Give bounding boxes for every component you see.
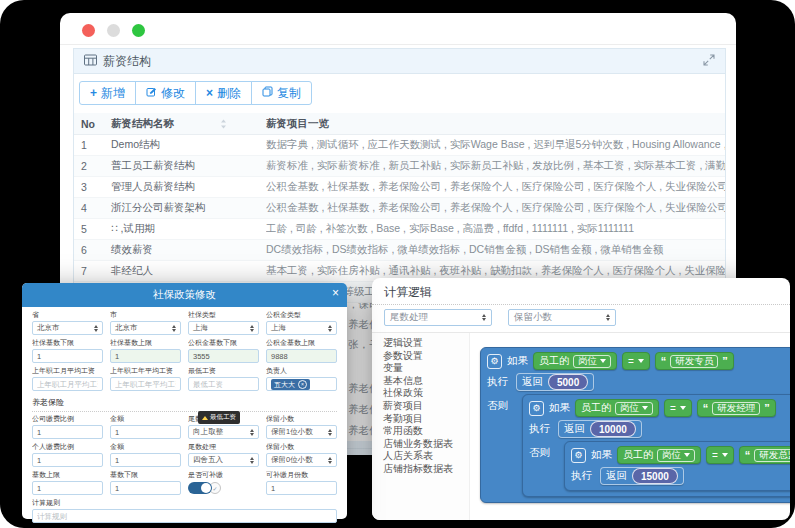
logic-menu-item[interactable]: 参数设置 <box>383 350 469 363</box>
gear-icon[interactable]: ⚙ <box>487 354 502 369</box>
return-block[interactable]: 返回 15000 <box>600 467 684 485</box>
table-row[interactable]: 1 Demo结构 数据字典 , 测试循环 , 应工作天数测试 , 实际Wage … <box>74 135 725 156</box>
logic-menu-item[interactable]: 店铺指标数据表 <box>383 463 469 476</box>
copy-button[interactable]: 复制 <box>251 81 312 105</box>
sort-icon[interactable] <box>220 119 227 129</box>
province-select[interactable]: 北京市 <box>32 321 103 335</box>
select-arrows-icon <box>328 325 332 332</box>
social-type-label: 社保类型 <box>188 311 259 319</box>
logic-menu-item[interactable]: 常用函数 <box>383 425 469 438</box>
social-base-max-input[interactable] <box>110 349 181 363</box>
logic-menu-item[interactable]: 社保政策 <box>383 387 469 400</box>
table-row[interactable]: 3 管理人员薪资结构 公积金基数 , 社保基数 , 养老保险公司 , 养老保险个… <box>74 177 725 198</box>
number-block[interactable]: 5000 <box>548 374 588 390</box>
rounding-select[interactable]: 尾数处理 <box>384 309 492 326</box>
operator-block[interactable]: = <box>706 446 734 464</box>
condition-subject-block[interactable]: 员工的 岗位 <box>533 352 617 370</box>
personal-ratio-label: 个人缴费比例 <box>32 443 103 451</box>
expand-icon[interactable] <box>703 54 715 69</box>
personal-rounding-select[interactable]: 四舍五入 <box>188 453 259 467</box>
fund-base-max-input[interactable] <box>266 349 337 363</box>
personal-ratio-input[interactable] <box>32 453 103 467</box>
last-year-avg-input[interactable] <box>110 377 181 391</box>
social-base-min-input[interactable] <box>32 349 103 363</box>
return-block[interactable]: 返回 5000 <box>516 373 594 391</box>
column-name[interactable]: 薪资结构名称 <box>111 117 266 131</box>
operator-block[interactable]: = <box>622 352 650 370</box>
dropdown-arrow-icon <box>722 453 728 457</box>
select-arrows-icon <box>250 429 254 436</box>
minimize-window-button[interactable] <box>107 24 120 37</box>
calc-rule-input[interactable] <box>32 509 337 523</box>
add-button[interactable]: + 新增 <box>79 81 136 105</box>
zoom-window-button[interactable] <box>132 24 145 37</box>
table-row[interactable]: 5 ∷ ,试用期 工龄 , 司龄 , 补签次数 , Base , 实际Base … <box>74 219 725 240</box>
logic-menu-item[interactable]: 人店关系表 <box>383 450 469 463</box>
table-header: No 薪资结构名称 薪资项目一览 <box>74 113 725 135</box>
string-value[interactable]: 研发总监 <box>754 449 790 462</box>
if-block-level-2[interactable]: ⚙ 如果 员工的 岗位 = “ <box>522 394 790 497</box>
can-repay-label: 是否可补缴 <box>188 471 259 479</box>
logic-menu-item[interactable]: 变量 <box>383 362 469 375</box>
company-decimals-select[interactable]: 保留1位小数 <box>266 425 337 439</box>
company-amount-input[interactable] <box>110 425 181 439</box>
repay-months-input[interactable] <box>266 481 337 495</box>
if-block-level-1[interactable]: ⚙ 如果 员工的 岗位 = “ 研发专员 ” <box>480 347 790 503</box>
number-block[interactable]: 10000 <box>590 421 636 437</box>
string-block[interactable]: “ 研发专员 ” <box>655 352 734 370</box>
table-row[interactable]: 4 浙江分公司薪资架构 公积金基数 , 社保基数 , 养老保险公司 , 养老保险… <box>74 198 725 219</box>
number-block[interactable]: 15000 <box>632 468 678 484</box>
row-items: 公积金基数 , 社保基数 , 养老保险公司 , 养老保险个人 , 医疗保险公司 … <box>266 201 725 215</box>
logic-menu-item[interactable]: 逻辑设置 <box>383 337 469 350</box>
string-block[interactable]: “ 研发经理 ” <box>697 399 776 417</box>
field-dropdown[interactable]: 岗位 <box>573 355 611 368</box>
table-row[interactable]: 2 普工员工薪资结构 薪资标准 , 实际薪资标准 , 新员工补贴 , 实际新员工… <box>74 156 725 177</box>
delete-button[interactable]: × 删除 <box>195 81 252 105</box>
company-rounding-select[interactable]: 向上取整 <box>188 425 259 439</box>
company-ratio-input[interactable] <box>32 425 103 439</box>
select-arrows-icon <box>172 325 176 332</box>
edit-button[interactable]: 修改 <box>135 81 196 105</box>
if-block-level-3[interactable]: ⚙ 如果 员工的 岗位 = <box>564 441 790 491</box>
logic-menu-item[interactable]: 基本信息 <box>383 375 469 388</box>
condition-subject-block[interactable]: 员工的 岗位 <box>617 446 701 464</box>
gear-icon[interactable]: ⚙ <box>571 448 586 463</box>
base-min-input[interactable] <box>110 481 181 495</box>
row-number: 5 <box>74 223 111 235</box>
logic-menu-item[interactable]: 店铺业务数据表 <box>383 438 469 451</box>
operator-block[interactable]: = <box>664 399 692 417</box>
fund-base-min-input[interactable] <box>188 349 259 363</box>
close-icon[interactable]: × <box>332 287 339 299</box>
string-value[interactable]: 研发经理 <box>712 402 760 415</box>
table-row[interactable]: 6 绩效薪资 DC绩效指标 , DS绩效指标 , 微单绩效指标 , DC销售金额… <box>74 240 725 261</box>
field-dropdown[interactable]: 岗位 <box>657 449 695 462</box>
owner-field[interactable]: 五大大 × <box>266 377 337 391</box>
dropdown-arrow-icon <box>684 453 690 457</box>
min-wage-input[interactable] <box>188 377 259 391</box>
can-repay-toggle[interactable] <box>188 482 212 494</box>
condition-subject-block[interactable]: 员工的 岗位 <box>575 399 659 417</box>
fund-base-max-label: 公积金基数上限 <box>266 339 337 347</box>
blockly-canvas[interactable]: ⚙ 如果 员工的 岗位 = “ 研发专员 ” <box>470 333 790 520</box>
gear-icon[interactable]: ⚙ <box>529 401 544 416</box>
decimals-select[interactable]: 保留小数 <box>508 309 616 326</box>
social-type-select[interactable]: 上海 <box>188 321 259 335</box>
fund-type-select[interactable]: 上海 <box>266 321 337 335</box>
personal-decimals-select[interactable]: 保留0位小数 <box>266 453 337 467</box>
last-month-avg-input[interactable] <box>32 377 103 391</box>
city-select[interactable]: 北京市 <box>110 321 181 335</box>
calc-rule-label: 计算规则 <box>32 499 337 507</box>
logic-menu-item[interactable]: 薪资项目 <box>383 400 469 413</box>
base-max-input[interactable] <box>32 481 103 495</box>
tag-remove-icon[interactable]: × <box>298 380 307 389</box>
personal-amount-input[interactable] <box>110 453 181 467</box>
panel-header: 薪资结构 <box>74 49 725 74</box>
string-block[interactable]: “ 研发总监 ” <box>739 446 790 464</box>
field-dropdown[interactable]: 岗位 <box>615 402 653 415</box>
modal-header: 社保政策修改 × <box>22 283 347 307</box>
calc-logic-panel: 计算逻辑 尾数处理 保留小数 逻辑设置 参数设置 变量 基本信息 社保政策 薪资… <box>372 278 790 520</box>
close-window-button[interactable] <box>82 24 95 37</box>
return-block[interactable]: 返回 10000 <box>558 420 642 438</box>
string-value[interactable]: 研发专员 <box>670 355 718 368</box>
logic-menu-item[interactable]: 考勤项目 <box>383 413 469 426</box>
